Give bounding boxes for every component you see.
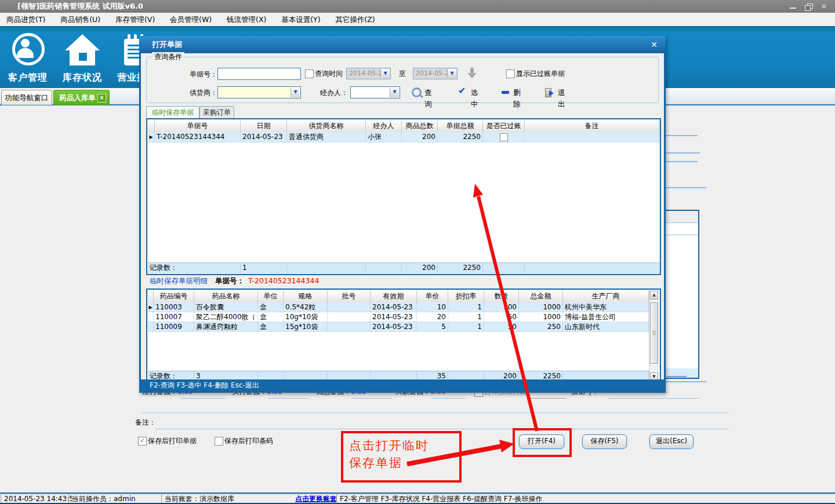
detail-row[interactable]: 110009 鼻渊通窍颗粒 盒 15g*10袋 2014-05-23 5 1 5… xyxy=(148,322,649,332)
print-barcode-checkbox[interactable] xyxy=(215,437,223,445)
dialog-body: 查询条件 单据号： 查询时间 2014-05-23 ▼ 至 2014-05-23… xyxy=(141,53,664,391)
print-doc-label: 保存后打印单据 xyxy=(148,437,197,445)
date-to-picker[interactable]: 2014-05-23 ▼ xyxy=(413,68,458,79)
menu-item-sales[interactable]: 商品销售(U) xyxy=(54,13,107,26)
detail-doc-no-value: T-20140523144344 xyxy=(248,276,319,285)
check-icon: ✔ xyxy=(458,86,466,96)
show-posted-label: 显示已过账单据 xyxy=(516,70,565,78)
tab-temp-saved-docs[interactable]: 临时保存单据 xyxy=(146,106,199,118)
app-window: [领智]医药销售管理系统 试用版v6.0 × 商品进货(T) 商品销售(U) 库… xyxy=(0,0,835,504)
tab-purchase-orders[interactable]: 采购订单 xyxy=(199,106,234,118)
toolbar-item-label: 客户管理 xyxy=(1,72,55,84)
date-from-picker[interactable]: 2014-05-23 ▼ xyxy=(346,68,391,79)
detail-doc-no-label: 单据号： xyxy=(215,276,244,286)
master-header-row: 单据号 日期 供货商名称 经办人 商品总数 单据总额 是否已过账 备注 xyxy=(148,120,659,133)
hidden-form-underline xyxy=(666,161,698,162)
chevron-down-icon[interactable]: ▼ xyxy=(390,87,399,97)
hidden-grid-fragment xyxy=(665,210,699,379)
doc-no-input[interactable] xyxy=(217,68,301,80)
master-row-selected[interactable]: ▶ T-20140523144344 2014-05-23 普通供货商 小张 2… xyxy=(148,132,659,143)
posted-checkbox-cell xyxy=(483,132,525,143)
minimize-icon[interactable] xyxy=(790,8,796,9)
menu-item-settings[interactable]: 基本设置(Y) xyxy=(275,13,326,26)
tab-label: 药品入库单 xyxy=(59,93,96,102)
field-underline xyxy=(431,398,465,399)
scroll-up-icon[interactable]: ▲ xyxy=(650,291,658,300)
print-barcode-label: 保存后打印条码 xyxy=(224,437,273,445)
row-selector-icon: ▶ xyxy=(148,132,155,143)
remark-underline[interactable] xyxy=(155,429,729,429)
show-posted-checkbox[interactable] xyxy=(506,70,515,78)
dialog-hotkey-bar: F2-查询 F3-选中 F4-删除 Esc-退出 xyxy=(141,379,664,391)
field-underline xyxy=(608,398,699,399)
hidden-form-underline xyxy=(666,187,706,188)
menu-item-inventory[interactable]: 库存管理(V) xyxy=(109,13,161,26)
chevron-down-icon[interactable]: ▼ xyxy=(380,69,390,78)
status-account: 当前账套：演示数据库 xyxy=(165,495,234,503)
tab-navigation-window[interactable]: 功能导航窗口 xyxy=(1,90,52,105)
status-hotkeys: F2-客户管理 F3-库存状况 F4-营业报表 F6-提醒查询 F7-换班操作 xyxy=(336,494,835,503)
open-button[interactable]: 打开(F4) xyxy=(519,434,564,449)
dialog-close-icon[interactable]: ✕ xyxy=(651,36,658,53)
minus-icon xyxy=(502,91,509,94)
detail-table: 药品编号 药品名称 单位 规格 批号 有效期 单价 折扣率 数量 总金额 生产厂… xyxy=(146,288,661,384)
tab-label: 功能导航窗口 xyxy=(5,93,49,102)
row-selector-icon: ▶ xyxy=(148,302,154,312)
master-footer-row: 记录数： 1 200 2250 xyxy=(148,262,659,273)
detail-row[interactable]: 110007 聚乙二醇4000散（ 盒 10g*10袋 2014-05-23 2… xyxy=(148,312,649,322)
master-table: 单据号 日期 供货商名称 经办人 商品总数 单据总额 是否已过账 备注 ▶ T-… xyxy=(146,118,661,275)
date-to-label: 至 xyxy=(399,70,406,78)
annotation-note: 点击打开临时 保存单据 xyxy=(341,431,462,483)
switch-account-link[interactable]: 点击更换账套 xyxy=(295,494,337,503)
scrollbar-thumb[interactable] xyxy=(650,302,658,364)
menu-item-member[interactable]: 会员管理(W) xyxy=(164,13,218,26)
restore-icon-front[interactable] xyxy=(805,5,811,11)
field-underline xyxy=(180,398,225,399)
chevron-down-icon[interactable]: ▼ xyxy=(291,87,300,97)
menu-item-cashflow[interactable]: 钱流管理(X) xyxy=(220,13,273,26)
menu-item-purchase[interactable]: 商品进货(T) xyxy=(0,13,52,26)
dialog-title: 打开单据 xyxy=(152,36,182,53)
detail-header-row: 药品编号 药品名称 单位 规格 批号 有效期 单价 折扣率 数量 总金额 生产厂… xyxy=(148,290,649,303)
vertical-scrollbar[interactable]: ▲ ▼ xyxy=(649,291,659,381)
supplier-label: 供货商： xyxy=(187,89,217,97)
detail-row[interactable]: ▶ 110003 百令胶囊 盒 0.5*42粒 2014-05-23 10 1 … xyxy=(148,302,649,312)
posted-checkbox[interactable] xyxy=(500,133,508,141)
dialog-title-bar[interactable]: 打开单据 ✕ xyxy=(139,36,666,53)
tab-drug-inbound[interactable]: 药品入库单 × xyxy=(53,90,110,105)
close-icon[interactable]: × xyxy=(820,3,828,10)
operator-select[interactable]: ▼ xyxy=(350,86,400,98)
exit-button[interactable]: 退出(Esc) xyxy=(649,434,694,449)
query-time-checkbox[interactable] xyxy=(305,70,314,78)
window-title: [领智]医药销售管理系统 试用版v6.0 xyxy=(17,0,143,13)
menu-bar: 商品进货(T) 商品销售(U) 库存管理(V) 会员管理(W) 钱流管理(X) … xyxy=(0,13,835,26)
supplier-select[interactable]: ▼ xyxy=(217,86,301,98)
menu-item-other[interactable]: 其它操作(Z) xyxy=(329,13,381,26)
operator-label: 经办人： xyxy=(318,89,348,97)
field-underline xyxy=(268,398,308,399)
query-time-label: 查询时间 xyxy=(315,70,343,78)
tab-close-icon[interactable]: × xyxy=(97,94,106,103)
hidden-form-underline xyxy=(666,135,698,136)
status-bar: 2014-05-23 14:43:53 当前操作员：admin 当前账套：演示数… xyxy=(0,494,835,503)
hidden-form-underline xyxy=(666,381,706,382)
toolbar-item-stock[interactable]: 库存状况 xyxy=(56,32,109,85)
query-group-label: 查询条件 xyxy=(152,52,184,62)
status-operator: 当前操作员：admin xyxy=(68,494,166,503)
apply-date-arrow-icon xyxy=(467,67,477,79)
detail-caption-title: 临时保存单据明细 xyxy=(150,276,208,286)
save-button[interactable]: 保存(F5) xyxy=(582,434,627,449)
field-underline xyxy=(351,398,392,399)
open-document-dialog: 打开单据 ✕ 查询条件 单据号： 查询时间 2014-05-23 ▼ 至 201… xyxy=(139,36,666,393)
toolbar-item-customers[interactable]: 客户管理 xyxy=(1,32,55,85)
hidden-form-underline xyxy=(666,152,700,154)
print-doc-checkbox[interactable]: ✓ xyxy=(138,437,147,445)
toolbar-item-label: 库存状况 xyxy=(56,72,109,84)
status-account-cell: 当前账套：演示数据库 点击更换账套 xyxy=(161,494,341,503)
chevron-down-icon[interactable]: ▼ xyxy=(447,69,456,78)
title-bar: [领智]医药销售管理系统 试用版v6.0 xyxy=(0,0,835,13)
exit-arrow-icon xyxy=(549,90,554,96)
doc-no-label: 单据号： xyxy=(187,70,217,79)
remark-label: 备注： xyxy=(135,418,156,427)
field-underline xyxy=(529,398,566,399)
